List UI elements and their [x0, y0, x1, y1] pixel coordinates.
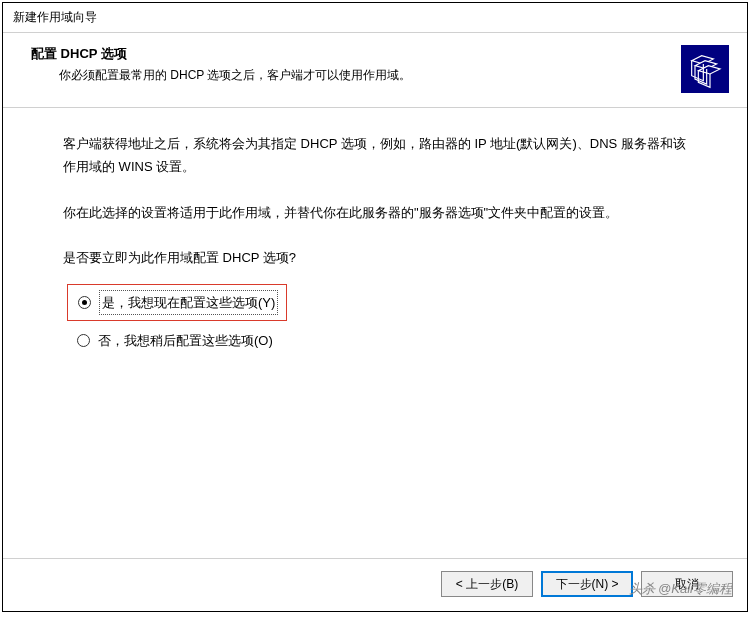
body-question: 是否要立即为此作用域配置 DHCP 选项? — [63, 246, 687, 269]
radio-option-yes-highlight: 是，我想现在配置这些选项(Y) — [67, 284, 287, 321]
header-title: 配置 DHCP 选项 — [31, 45, 669, 63]
cancel-button[interactable]: 取消 — [641, 571, 733, 597]
dhcp-scope-icon — [681, 45, 729, 93]
radio-yes-label[interactable]: 是，我想现在配置这些选项(Y) — [99, 290, 278, 315]
radio-no-label[interactable]: 否，我想稍后配置这些选项(O) — [98, 329, 273, 352]
back-button[interactable]: < 上一步(B) — [441, 571, 533, 597]
window-title: 新建作用域向导 — [3, 3, 747, 32]
next-button[interactable]: 下一步(N) > — [541, 571, 633, 597]
header-text: 配置 DHCP 选项 你必须配置最常用的 DHCP 选项之后，客户端才可以使用作… — [31, 45, 669, 84]
wizard-window: 新建作用域向导 配置 DHCP 选项 你必须配置最常用的 DHCP 选项之后，客… — [2, 2, 748, 612]
wizard-footer: < 上一步(B) 下一步(N) > 取消 — [3, 558, 747, 611]
body-paragraph-2: 你在此选择的设置将适用于此作用域，并替代你在此服务器的"服务器选项"文件夹中配置… — [63, 201, 687, 224]
radio-option-no-row: 否，我想稍后配置这些选项(O) — [77, 329, 687, 352]
header-description: 你必须配置最常用的 DHCP 选项之后，客户端才可以使用作用域。 — [59, 67, 669, 84]
radio-yes[interactable] — [78, 296, 91, 309]
wizard-header: 配置 DHCP 选项 你必须配置最常用的 DHCP 选项之后，客户端才可以使用作… — [3, 32, 747, 108]
wizard-body: 客户端获得地址之后，系统将会为其指定 DHCP 选项，例如，路由器的 IP 地址… — [3, 108, 747, 558]
body-paragraph-1: 客户端获得地址之后，系统将会为其指定 DHCP 选项，例如，路由器的 IP 地址… — [63, 132, 687, 179]
radio-no[interactable] — [77, 334, 90, 347]
